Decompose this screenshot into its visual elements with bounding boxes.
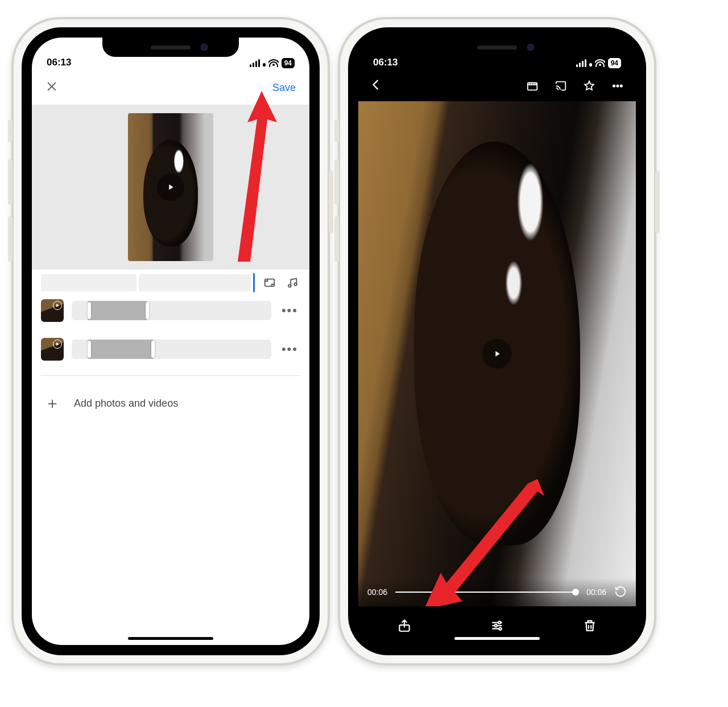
- timeline-toolbar: [32, 270, 309, 296]
- share-button[interactable]: [395, 616, 414, 635]
- battery-badge: 94: [608, 58, 621, 68]
- back-button[interactable]: [364, 74, 388, 98]
- svg-marker-0: [169, 184, 173, 189]
- svg-point-14: [499, 627, 501, 630]
- play-button[interactable]: [482, 339, 512, 369]
- cast-button[interactable]: [554, 79, 568, 93]
- wifi-icon: [595, 59, 605, 67]
- clip-1-more-button[interactable]: •••: [279, 303, 300, 318]
- favorite-button[interactable]: [582, 79, 596, 93]
- svg-point-12: [498, 621, 500, 623]
- aspect-ratio-button[interactable]: [262, 275, 278, 291]
- clip-2-thumbnail[interactable]: [41, 338, 64, 361]
- left-phone-mock: 06:13 94 Save: [11, 17, 330, 665]
- status-time: 06:13: [373, 57, 398, 68]
- progress-thumb[interactable]: [572, 589, 579, 596]
- svg-point-3: [294, 283, 297, 286]
- home-indicator[interactable]: [454, 637, 540, 640]
- more-button[interactable]: [611, 79, 624, 93]
- svg-point-7: [617, 85, 618, 86]
- status-time: 06:13: [47, 57, 71, 68]
- play-icon: [53, 301, 62, 310]
- svg-point-13: [495, 625, 497, 627]
- progress-current: 00:06: [367, 588, 387, 597]
- clip-1-trim-end[interactable]: [146, 302, 149, 319]
- svg-point-6: [613, 85, 615, 86]
- svg-rect-1: [265, 279, 275, 287]
- editor-topbar: Save: [32, 71, 309, 105]
- edit-button[interactable]: [487, 616, 507, 635]
- clip-1-trim-start[interactable]: [88, 302, 91, 319]
- progress-track[interactable]: [395, 592, 578, 593]
- right-phone-mock: 06:13 94: [338, 17, 656, 665]
- play-icon: [53, 340, 62, 349]
- wifi-icon: [268, 59, 279, 67]
- cellular-icon: [576, 59, 592, 67]
- clip-2-trim-start[interactable]: [88, 341, 91, 358]
- clip-2-more-button[interactable]: •••: [279, 342, 300, 357]
- close-button[interactable]: [41, 75, 63, 101]
- media-viewport[interactable]: 00:06 00:06: [358, 101, 636, 606]
- loop-button[interactable]: [614, 585, 627, 599]
- battery-badge: 94: [282, 58, 295, 68]
- cellular-icon: [250, 59, 266, 67]
- home-indicator[interactable]: [128, 637, 213, 640]
- clip-2-trim-end[interactable]: [151, 341, 155, 358]
- clip-row-2: •••: [32, 334, 309, 364]
- status-indicators: 94: [576, 58, 621, 68]
- section-divider: [41, 375, 300, 376]
- svg-point-2: [288, 284, 291, 287]
- music-button[interactable]: [284, 275, 300, 291]
- progress-bar: 00:06 00:06: [358, 578, 636, 606]
- notch: [102, 38, 239, 57]
- master-timeline[interactable]: [41, 274, 255, 291]
- clip-1-thumbnail[interactable]: [41, 299, 64, 322]
- video-preview[interactable]: [32, 105, 309, 270]
- viewer-topbar: [358, 71, 636, 101]
- playhead[interactable]: [253, 273, 255, 292]
- progress-total: 00:06: [586, 588, 606, 597]
- svg-point-8: [621, 85, 622, 86]
- play-button[interactable]: [157, 173, 184, 201]
- plus-icon: ＋: [44, 395, 60, 411]
- status-indicators: 94: [250, 58, 295, 68]
- svg-marker-9: [495, 351, 499, 356]
- add-media-label: Add photos and videos: [74, 398, 178, 410]
- add-media-row[interactable]: ＋ Add photos and videos: [32, 387, 309, 419]
- movie-button[interactable]: [526, 79, 539, 93]
- clip-row-1: •••: [32, 296, 309, 325]
- save-button[interactable]: Save: [268, 77, 300, 98]
- clip-2-trim-track[interactable]: [72, 340, 271, 359]
- delete-button[interactable]: [580, 616, 599, 635]
- notch: [429, 38, 565, 57]
- clip-1-trim-track[interactable]: [72, 301, 271, 320]
